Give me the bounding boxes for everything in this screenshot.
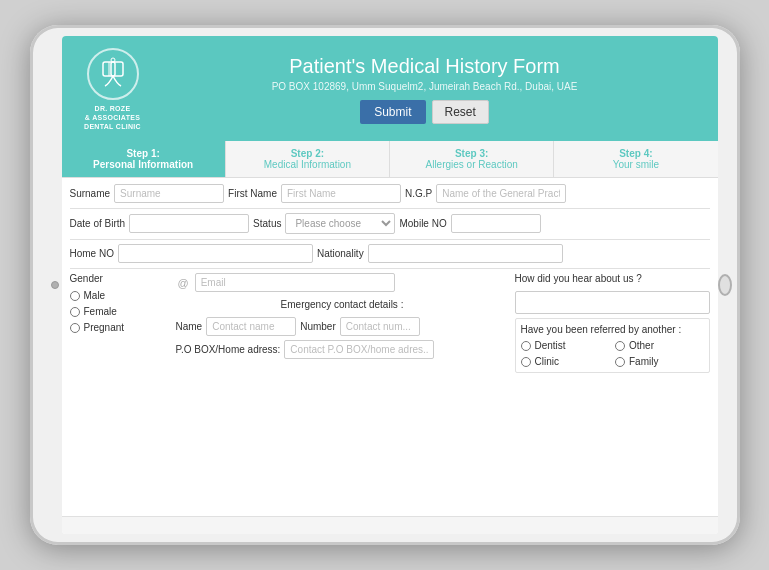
divider1 xyxy=(70,208,710,209)
nationality-label: Nationality xyxy=(317,248,364,259)
at-icon: @ xyxy=(176,277,191,289)
gender-pregnant-radio[interactable] xyxy=(70,323,80,333)
email-input[interactable] xyxy=(195,273,395,292)
ref-family-radio[interactable] xyxy=(615,357,625,367)
bottom-section: Gender Male Female Pregnan xyxy=(70,273,710,373)
surname-input[interactable] xyxy=(114,184,224,203)
gender-male[interactable]: Male xyxy=(70,290,170,301)
form-title: Patient's Medical History Form xyxy=(148,55,702,78)
email-row: @ xyxy=(176,273,509,292)
firstname-input[interactable] xyxy=(281,184,401,203)
status-label: Status xyxy=(253,218,281,229)
referred-grid: Dentist Other Clinic xyxy=(521,340,704,367)
emerg-number-label: Number xyxy=(300,321,336,332)
ref-clinic[interactable]: Clinic xyxy=(521,356,610,367)
mobile-input[interactable] xyxy=(451,214,541,233)
gender-female-radio[interactable] xyxy=(70,307,80,317)
mobile-label: Mobile NO xyxy=(399,218,446,229)
ref-dentist-radio[interactable] xyxy=(521,341,531,351)
gender-male-radio[interactable] xyxy=(70,291,80,301)
row-dob: Date of Birth Status Please choose Mobil… xyxy=(70,213,710,234)
gender-pregnant[interactable]: Pregnant xyxy=(70,322,170,333)
gender-female[interactable]: Female xyxy=(70,306,170,317)
ref-other-radio[interactable] xyxy=(615,341,625,351)
tablet-frame: DR. ROZE & ASSOCIATES DENTAL CLINIC Pati… xyxy=(30,25,740,545)
row-home: Home NO Nationality xyxy=(70,244,710,263)
form-subtitle: PO BOX 102869, Umm Suquelm2, Jumeirah Be… xyxy=(148,81,702,92)
gender-radio-group: Male Female Pregnant xyxy=(70,290,170,333)
header: DR. ROZE & ASSOCIATES DENTAL CLINIC Pati… xyxy=(62,36,718,141)
referred-title: Have you been referred by another : xyxy=(521,324,704,335)
how-label: How did you hear about us ? xyxy=(515,273,710,284)
tablet-right-side xyxy=(718,274,732,296)
tab-step3[interactable]: Step 3: Allergies or Reaction xyxy=(390,141,554,177)
emerg-name-input[interactable] xyxy=(206,317,296,336)
bottom-bar xyxy=(62,516,718,534)
firstname-label: First Name xyxy=(228,188,277,199)
dob-label: Date of Birth xyxy=(70,218,126,229)
ngp-input[interactable] xyxy=(436,184,566,203)
ngp-label: N.G.P xyxy=(405,188,432,199)
home-input[interactable] xyxy=(118,244,313,263)
how-input[interactable] xyxy=(515,291,710,314)
divider3 xyxy=(70,268,710,269)
tab-step4[interactable]: Step 4: Your smile xyxy=(554,141,717,177)
row-name: Surname First Name N.G.P xyxy=(70,184,710,203)
emergency-col: @ Emergency contact details : Name Numbe… xyxy=(176,273,509,373)
gender-label-row: Gender xyxy=(70,273,170,284)
svg-rect-1 xyxy=(111,62,123,76)
nationality-input[interactable] xyxy=(368,244,563,263)
ref-family[interactable]: Family xyxy=(615,356,704,367)
emergency-address-row: P.O BOX/Home adress: xyxy=(176,340,509,359)
reset-button[interactable]: Reset xyxy=(432,100,489,124)
tab-step1[interactable]: Step 1: Personal Information xyxy=(62,141,226,177)
emerg-name-label: Name xyxy=(176,321,203,332)
ref-other[interactable]: Other xyxy=(615,340,704,351)
home-label: Home NO xyxy=(70,248,114,259)
header-center: Patient's Medical History Form PO BOX 10… xyxy=(148,55,702,124)
side-button xyxy=(51,281,59,289)
header-buttons: Submit Reset xyxy=(148,100,702,124)
emerg-number-input[interactable] xyxy=(340,317,420,336)
form-area: Surname First Name N.G.P Date of Birth S… xyxy=(62,178,718,516)
ref-clinic-radio[interactable] xyxy=(521,357,531,367)
gender-col: Gender Male Female Pregnan xyxy=(70,273,170,373)
gender-label: Gender xyxy=(70,273,103,284)
emerg-address-label: P.O BOX/Home adress: xyxy=(176,344,281,355)
tab-step2[interactable]: Step 2: Medical Information xyxy=(226,141,390,177)
emergency-title: Emergency contact details : xyxy=(176,296,509,313)
logo-text: DR. ROZE & ASSOCIATES DENTAL CLINIC xyxy=(84,104,141,131)
home-button[interactable] xyxy=(718,274,732,296)
screen: DR. ROZE & ASSOCIATES DENTAL CLINIC Pati… xyxy=(62,36,718,534)
tablet-left-side xyxy=(48,281,62,289)
right-col: How did you hear about us ? Have you bee… xyxy=(515,273,710,373)
dob-input[interactable] xyxy=(129,214,249,233)
surname-label: Surname xyxy=(70,188,111,199)
emergency-name-row: Name Number xyxy=(176,317,509,336)
referred-box: Have you been referred by another : Dent… xyxy=(515,318,710,373)
emerg-address-input[interactable] xyxy=(284,340,434,359)
divider2 xyxy=(70,239,710,240)
status-select[interactable]: Please choose xyxy=(285,213,395,234)
logo-svg xyxy=(95,56,131,92)
steps-nav: Step 1: Personal Information Step 2: Med… xyxy=(62,141,718,178)
submit-button[interactable]: Submit xyxy=(360,100,425,124)
logo-circle xyxy=(87,48,139,100)
ref-dentist[interactable]: Dentist xyxy=(521,340,610,351)
logo-area: DR. ROZE & ASSOCIATES DENTAL CLINIC xyxy=(78,48,148,131)
